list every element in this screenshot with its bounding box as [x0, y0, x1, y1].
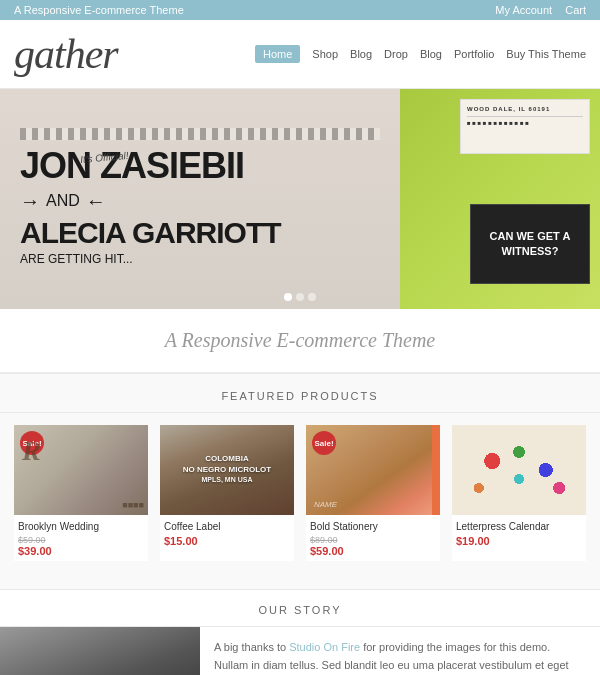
- story-paragraph-1: A big thanks to Studio On Fire for provi…: [214, 639, 586, 675]
- product-info-calendar: Letterpress Calendar $19.00: [452, 515, 586, 551]
- story-image: [0, 627, 200, 675]
- witness-text: CAN WE GET A WITNESS?: [479, 229, 581, 260]
- hero-right: WOOD DALE, IL 60191 ■ ■ ■ ■ ■ ■ ■ ■ ■ ■ …: [400, 89, 600, 309]
- nav-portfolio[interactable]: Portfolio: [454, 48, 494, 60]
- cart-link[interactable]: Cart: [565, 4, 586, 16]
- coffee-label-text: COLOMBIANO NEGRO MICROLOTMPLS, MN USA: [183, 454, 271, 485]
- subtitle-section: A Responsive E-commerce Theme: [0, 309, 600, 373]
- price-original-stationery: $89.00: [310, 535, 436, 545]
- products-grid: Sale! R ■■■■ Brooklyn Wedding $59.00 $39…: [0, 413, 600, 573]
- calendar-floral: [452, 425, 586, 515]
- story-section-title: OUR STORY: [0, 590, 600, 627]
- hero-title-line2: ALECIA GARRIOTT: [20, 218, 380, 248]
- top-bar: A Responsive E-commerce Theme My Account…: [0, 0, 600, 20]
- nav-shop[interactable]: Shop: [312, 48, 338, 60]
- product-img-calendar: [452, 425, 586, 515]
- brooklyn-deco2: ■■■■: [122, 500, 144, 510]
- product-info-brooklyn: Brooklyn Wedding $59.00 $39.00: [14, 515, 148, 561]
- product-name-calendar: Letterpress Calendar: [456, 521, 582, 532]
- studio-on-fire-link[interactable]: Studio On Fire: [289, 641, 360, 653]
- header: gather Home Shop Blog Drop Blog Portfoli…: [0, 20, 600, 89]
- product-brooklyn[interactable]: Sale! R ■■■■ Brooklyn Wedding $59.00 $39…: [14, 425, 148, 561]
- main-nav: Home Shop Blog Drop Blog Portfolio Buy T…: [255, 45, 586, 63]
- nav-blog2[interactable]: Blog: [420, 48, 442, 60]
- hero-dot-1[interactable]: [284, 293, 292, 301]
- product-calendar[interactable]: Letterpress Calendar $19.00: [452, 425, 586, 561]
- hero-getting-text: ARE GETTING HIT...: [20, 252, 380, 266]
- price-sale-brooklyn: $39.00: [18, 545, 144, 557]
- product-img-stationery: Sale! NAME: [306, 425, 440, 515]
- top-bar-left: A Responsive E-commerce Theme: [14, 4, 184, 16]
- hero-dot-3[interactable]: [308, 293, 316, 301]
- hero-witness-card: CAN WE GET A WITNESS?: [470, 204, 590, 284]
- price-original-brooklyn: $59.00: [18, 535, 144, 545]
- hero-and-text: AND: [46, 192, 80, 210]
- product-name-coffee: Coffee Label: [164, 521, 290, 532]
- price-coffee: $15.00: [164, 535, 290, 547]
- story-section: OUR STORY A big thanks to Studio On Fire…: [0, 589, 600, 675]
- stationery-accent: [432, 425, 440, 515]
- site-logo[interactable]: gather: [14, 30, 118, 78]
- product-img-coffee: COLOMBIANO NEGRO MICROLOTMPLS, MN USA: [160, 425, 294, 515]
- hero-dot-2[interactable]: [296, 293, 304, 301]
- top-bar-right: My Account Cart: [495, 4, 586, 16]
- hero-section: It's Official! JON ZASIEBII → AND ← ALEC…: [0, 89, 600, 309]
- my-account-link[interactable]: My Account: [495, 4, 552, 16]
- nav-blog[interactable]: Blog: [350, 48, 372, 60]
- featured-section-title: FEATURED PRODUCTS: [0, 373, 600, 413]
- product-name-stationery: Bold Stationery: [310, 521, 436, 532]
- hero-title-line1: JON ZASIEBII: [20, 148, 380, 184]
- hero-content: It's Official! JON ZASIEBII → AND ← ALEC…: [0, 89, 600, 309]
- zigzag-pattern: [20, 128, 380, 140]
- product-img-brooklyn: Sale! R ■■■■: [14, 425, 148, 515]
- sale-badge-stationery: Sale!: [312, 431, 336, 455]
- product-stationery[interactable]: Sale! NAME Bold Stationery $89.00 $59.00: [306, 425, 440, 561]
- hero-dots: [284, 293, 316, 301]
- hero-address-card: WOOD DALE, IL 60191 ■ ■ ■ ■ ■ ■ ■ ■ ■ ■ …: [460, 99, 590, 154]
- price-calendar: $19.00: [456, 535, 582, 547]
- price-sale-stationery: $59.00: [310, 545, 436, 557]
- nav-home[interactable]: Home: [255, 45, 300, 63]
- product-info-coffee: Coffee Label $15.00: [160, 515, 294, 551]
- brooklyn-decoration: R: [22, 435, 41, 467]
- product-info-stationery: Bold Stationery $89.00 $59.00: [306, 515, 440, 561]
- story-text: A big thanks to Studio On Fire for provi…: [200, 627, 600, 675]
- hero-left: It's Official! JON ZASIEBII → AND ← ALEC…: [0, 89, 400, 309]
- nav-buy-theme[interactable]: Buy This Theme: [506, 48, 586, 60]
- stationery-name-label: NAME: [314, 500, 337, 509]
- products-section: FEATURED PRODUCTS Sale! R ■■■■ Brooklyn …: [0, 373, 600, 589]
- product-coffee[interactable]: COLOMBIANO NEGRO MICROLOTMPLS, MN USA Co…: [160, 425, 294, 561]
- nav-drop[interactable]: Drop: [384, 48, 408, 60]
- subtitle-text: A Responsive E-commerce Theme: [165, 329, 435, 351]
- product-name-brooklyn: Brooklyn Wedding: [18, 521, 144, 532]
- story-content: A big thanks to Studio On Fire for provi…: [0, 627, 600, 675]
